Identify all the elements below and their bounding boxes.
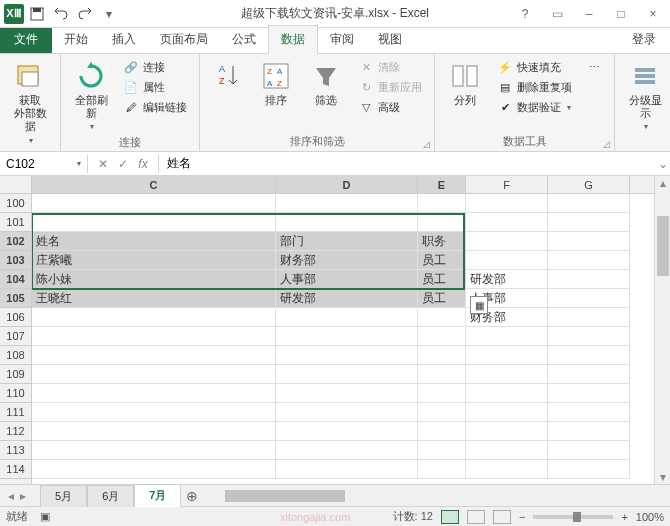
minimize-button[interactable]: – <box>578 3 600 25</box>
zoom-level[interactable]: 100% <box>636 511 664 523</box>
clear-filter-button[interactable]: ✕清除 <box>354 58 426 76</box>
cell[interactable] <box>418 422 466 441</box>
cell[interactable] <box>548 289 630 308</box>
ribbon-toggle-icon[interactable]: ▭ <box>546 3 568 25</box>
more-tools-button[interactable]: ⋯ <box>582 58 606 76</box>
refresh-all-button[interactable]: 全部刷新 ▾ <box>69 58 113 133</box>
page-break-view-button[interactable] <box>493 510 511 524</box>
macro-record-icon[interactable]: ▣ <box>40 510 50 523</box>
cell[interactable]: 姓名 <box>32 232 276 251</box>
row-header[interactable]: 112 <box>0 422 31 441</box>
reapply-button[interactable]: ↻重新应用 <box>354 78 426 96</box>
cell[interactable] <box>276 403 418 422</box>
cell[interactable]: 庄紫曦 <box>32 251 276 270</box>
cell[interactable] <box>32 346 276 365</box>
cell[interactable]: 员工 <box>418 270 466 289</box>
sort-button[interactable]: ZAAZ 排序 <box>254 58 298 109</box>
flash-fill-button[interactable]: ⚡快速填充 <box>493 58 576 76</box>
cell[interactable] <box>32 327 276 346</box>
cell[interactable] <box>32 403 276 422</box>
zoom-out-button[interactable]: − <box>519 511 525 523</box>
cell[interactable] <box>418 441 466 460</box>
tab-pagelayout[interactable]: 页面布局 <box>148 26 220 53</box>
add-sheet-button[interactable]: ⊕ <box>181 488 203 504</box>
cell[interactable]: 员工 <box>418 289 466 308</box>
cell[interactable] <box>466 194 548 213</box>
cell[interactable] <box>466 384 548 403</box>
cell[interactable] <box>548 270 630 289</box>
edit-links-button[interactable]: 🖉编辑链接 <box>119 98 191 116</box>
row-header[interactable]: 106 <box>0 308 31 327</box>
next-sheet-icon[interactable]: ▸ <box>20 489 26 503</box>
row-header[interactable]: 114 <box>0 460 31 479</box>
cell[interactable] <box>32 194 276 213</box>
sheet-nav[interactable]: ◂▸ <box>0 489 34 503</box>
cell[interactable] <box>466 346 548 365</box>
cell[interactable] <box>276 422 418 441</box>
dialog-launcher-icon[interactable]: ◿ <box>603 139 610 149</box>
cell[interactable]: 职务 <box>418 232 466 251</box>
help-icon[interactable]: ? <box>514 3 536 25</box>
row-header[interactable]: 101 <box>0 213 31 232</box>
cell[interactable] <box>32 308 276 327</box>
cell[interactable] <box>548 213 630 232</box>
tab-review[interactable]: 审阅 <box>318 26 366 53</box>
cell[interactable] <box>276 460 418 479</box>
normal-view-button[interactable] <box>441 510 459 524</box>
cell[interactable] <box>548 194 630 213</box>
cell[interactable] <box>276 346 418 365</box>
zoom-in-button[interactable]: + <box>621 511 627 523</box>
cell[interactable] <box>548 384 630 403</box>
cell[interactable] <box>418 194 466 213</box>
tab-data[interactable]: 数据 <box>268 25 318 54</box>
sheet-tab[interactable]: 7月 <box>134 484 181 507</box>
restore-button[interactable]: □ <box>610 3 632 25</box>
cell[interactable] <box>418 460 466 479</box>
filter-button[interactable]: 筛选 <box>304 58 348 109</box>
col-header[interactable]: E <box>418 176 466 193</box>
cell[interactable] <box>466 365 548 384</box>
file-tab[interactable]: 文件 <box>0 26 52 53</box>
cell[interactable]: 王晓红 <box>32 289 276 308</box>
formula-input[interactable] <box>159 155 656 173</box>
row-header[interactable]: 107 <box>0 327 31 346</box>
cell[interactable] <box>418 384 466 403</box>
cell[interactable] <box>276 441 418 460</box>
row-header[interactable]: 110 <box>0 384 31 403</box>
cell[interactable] <box>548 232 630 251</box>
row-header[interactable]: 102 <box>0 232 31 251</box>
dialog-launcher-icon[interactable]: ◿ <box>423 139 430 149</box>
tab-view[interactable]: 视图 <box>366 26 414 53</box>
page-layout-view-button[interactable] <box>467 510 485 524</box>
col-header[interactable]: C <box>32 176 276 193</box>
cell[interactable] <box>548 441 630 460</box>
cell[interactable] <box>418 327 466 346</box>
col-header[interactable]: G <box>548 176 630 193</box>
cell[interactable] <box>548 403 630 422</box>
excel-icon[interactable]: XⅢ <box>4 4 24 24</box>
cell[interactable] <box>548 327 630 346</box>
row-header[interactable]: 113 <box>0 441 31 460</box>
cell[interactable] <box>32 460 276 479</box>
cell[interactable] <box>466 251 548 270</box>
cell[interactable]: 研发部 <box>276 289 418 308</box>
cell[interactable] <box>548 346 630 365</box>
cell[interactable] <box>418 365 466 384</box>
cell[interactable]: 人事部 <box>276 270 418 289</box>
cell[interactable] <box>418 346 466 365</box>
sheet-tab[interactable]: 6月 <box>87 485 134 507</box>
vertical-scrollbar[interactable]: ▴ ▾ <box>654 176 670 484</box>
sheet-tab[interactable]: 5月 <box>40 485 87 507</box>
cell[interactable] <box>466 327 548 346</box>
row-header[interactable]: 104 <box>0 270 31 289</box>
cell[interactable] <box>466 441 548 460</box>
cell[interactable] <box>548 251 630 270</box>
cell[interactable] <box>32 422 276 441</box>
cell[interactable] <box>32 441 276 460</box>
cell[interactable] <box>466 403 548 422</box>
remove-duplicates-button[interactable]: ▤删除重复项 <box>493 78 576 96</box>
cell[interactable] <box>276 327 418 346</box>
undo-icon[interactable] <box>50 3 72 25</box>
cell[interactable] <box>276 194 418 213</box>
cell[interactable]: 财务部 <box>276 251 418 270</box>
